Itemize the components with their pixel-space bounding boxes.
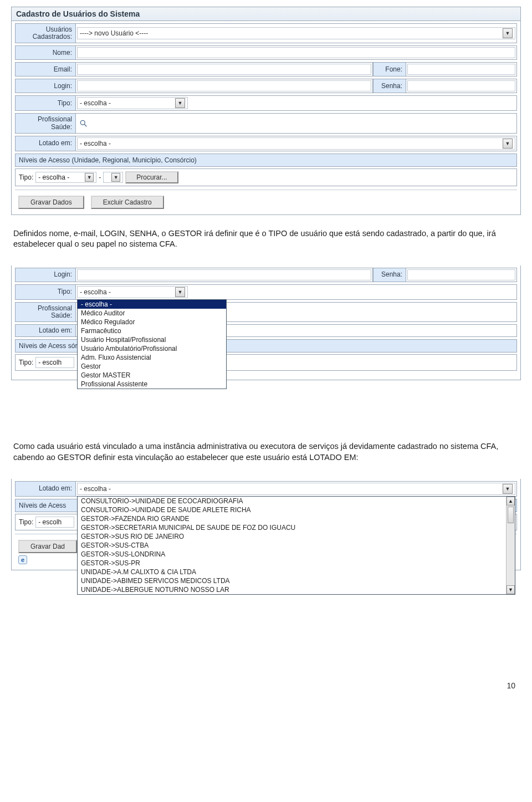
tipo-option[interactable]: Médico Regulador — [78, 318, 226, 326]
filter-tipo-value: - escolha - — [38, 173, 83, 181]
tipo-option[interactable]: Gestor — [78, 362, 226, 371]
form-screenshot-2: Login: Senha: Tipo: - escolha - ▼ - esco… — [11, 265, 521, 381]
filter-tipo-label: Tipo: — [19, 518, 33, 526]
profissional-saude-label: Profissional Saúde: — [15, 302, 76, 322]
chevron-down-icon[interactable]: ▼ — [175, 98, 185, 108]
lotado-option[interactable]: GESTOR->SUS-LONDRINA — [78, 550, 515, 559]
lotado-em-value: - escolha - — [80, 485, 500, 493]
gravar-dados-button[interactable]: Gravar Dados — [18, 196, 84, 209]
tipo-option[interactable]: Usuário Ambulatório/Profissional — [78, 344, 226, 353]
ie-icon: e — [18, 555, 27, 564]
lotado-option[interactable]: GESTOR->SUS-PR — [78, 559, 515, 568]
filter-row: Tipo: - escolha - ▼ - ▼ Procurar... — [15, 168, 517, 186]
filter-tipo-select-partial[interactable]: - escolh — [35, 517, 74, 528]
chevron-down-icon[interactable]: ▼ — [85, 173, 94, 182]
tipo-option[interactable]: Farmacêutico — [78, 326, 226, 335]
tipo-option[interactable]: - escolha - — [78, 300, 226, 309]
login-input[interactable] — [77, 269, 371, 280]
login-label: Login: — [15, 79, 76, 93]
lotado-option[interactable]: GESTOR->SUS RIO DE JANEIRO — [78, 532, 515, 541]
lotado-option[interactable]: CONSULTORIO->UNIDADE DE ECOCARDIOGRAFIA — [78, 497, 515, 505]
chevron-down-icon[interactable]: ▼ — [503, 28, 513, 38]
filter-tipo-select-partial[interactable]: - escolh — [35, 357, 74, 368]
tipo-option[interactable]: Profissional Assistente — [78, 380, 226, 389]
tipo-value: - escolha - — [80, 288, 173, 296]
form-screenshot-3: Lotado em: - escolha - ▼ CONSULTORIO->UN… — [11, 479, 521, 570]
fone-label: Fone: — [373, 62, 406, 76]
tipo-value: - escolha - — [80, 99, 173, 107]
lotado-em-label: Lotado em: — [15, 481, 76, 497]
chevron-down-icon[interactable]: ▼ — [111, 173, 120, 182]
filter-tipo-value-partial: - escolh — [38, 359, 71, 366]
lotado-option[interactable]: GESTOR->SECRETARIA MUNICIPAL DE SAUDE DE… — [78, 523, 515, 532]
tipo-option[interactable]: Gestor MASTER — [78, 371, 226, 380]
tipo-dropdown-list[interactable]: - escolha -Médico AuditorMédico Regulado… — [77, 299, 227, 389]
paragraph-1: Definidos nome, e-mail, LOGIN, SENHA, o … — [13, 228, 519, 250]
tipo-label: Tipo: — [15, 95, 76, 111]
tipo-option[interactable]: Adm. Fluxo Assistencial — [78, 353, 226, 362]
filter-tipo-label: Tipo: — [19, 173, 33, 181]
login-input[interactable] — [77, 80, 371, 91]
search-icon[interactable] — [79, 119, 88, 128]
tipo-option[interactable]: Usuário Hospital/Profissional — [78, 335, 226, 344]
tipo-select-expanded[interactable]: - escolha - ▼ — [77, 286, 188, 298]
lotado-option[interactable]: GESTOR->FAZENDA RIO GRANDE — [78, 514, 515, 523]
lotado-option[interactable]: GESTOR->SUS-CTBA — [78, 541, 515, 550]
fone-input[interactable] — [407, 64, 515, 75]
chevron-down-icon[interactable]: ▼ — [503, 139, 513, 149]
excluir-cadastro-button[interactable]: Excluir Cadastro — [91, 196, 164, 209]
lotado-option[interactable]: CONSULTORIO->UNIDADE DE SAUDE ARLETE RIC… — [78, 505, 515, 514]
lotado-em-select[interactable]: - escolha - ▼ — [77, 137, 515, 150]
filter-tipo-select[interactable]: - escolha - ▼ — [35, 172, 96, 183]
lotado-em-dropdown-list[interactable]: CONSULTORIO->UNIDADE DE ECOCARDIOGRAFIAC… — [77, 496, 515, 595]
svg-line-1 — [84, 124, 86, 126]
scrollbar[interactable]: ▲ ▼ — [506, 497, 515, 594]
filter-sub-select[interactable]: ▼ — [103, 172, 123, 183]
lotado-option[interactable]: UNIDADE->A.M CALIXTO & CIA LTDA — [78, 568, 515, 576]
lotado-em-select-expanded[interactable]: - escolha - ▼ — [77, 483, 515, 495]
divider — [15, 190, 517, 190]
email-input[interactable] — [77, 64, 371, 75]
profissional-saude-label: Profissional Saúde: — [15, 113, 76, 133]
filter-tipo-value-partial: - escolh — [38, 518, 71, 526]
usuarios-cadastrados-select[interactable]: ----> novo Usuário <---- ▼ — [77, 27, 515, 39]
form-title: Cadastro de Usuários do Sistema — [12, 7, 520, 21]
chevron-down-icon[interactable]: ▼ — [175, 287, 185, 297]
senha-label: Senha: — [373, 79, 406, 93]
lotado-option[interactable]: UNIDADE->ABIMED SERVICOS MEDICOS LTDA — [78, 576, 515, 585]
scroll-up-icon[interactable]: ▲ — [507, 497, 515, 505]
lotado-em-value: - escolha - — [80, 140, 500, 147]
tipo-label: Tipo: — [15, 284, 76, 300]
tipo-select[interactable]: - escolha - ▼ — [77, 97, 188, 109]
svg-point-0 — [80, 120, 85, 125]
nome-input[interactable] — [77, 47, 515, 58]
lotado-em-label: Lotado em: — [15, 136, 76, 151]
nome-label: Nome: — [15, 45, 76, 60]
chevron-down-icon[interactable]: ▼ — [503, 484, 513, 494]
gravar-dados-button-partial[interactable]: Gravar Dad — [18, 540, 77, 553]
page-number: 10 — [11, 681, 515, 690]
senha-input[interactable] — [407, 269, 515, 280]
login-label: Login: — [15, 268, 76, 282]
form-screenshot-1: Cadastro de Usuários do Sistema Usuários… — [11, 7, 521, 215]
usuarios-cadastrados-label: Usuários Cadastrados: — [15, 23, 76, 43]
filter-tipo-label: Tipo: — [19, 359, 33, 366]
procurar-button[interactable]: Procurar... — [125, 171, 178, 183]
tipo-option[interactable]: Médico Auditor — [78, 309, 226, 318]
filter-separator: - — [99, 173, 101, 181]
email-label: Email: — [15, 62, 76, 76]
lotado-em-label: Lotado em: — [15, 324, 76, 337]
paragraph-2: Como cada usuário está vinculado a uma i… — [13, 441, 519, 463]
senha-label: Senha: — [373, 268, 406, 282]
niveis-acesso-header: Níveis de Acesso (Unidade, Regional, Mun… — [15, 154, 517, 167]
scroll-down-icon[interactable]: ▼ — [507, 585, 515, 594]
usuarios-cadastrados-value: ----> novo Usuário <---- — [80, 29, 500, 37]
senha-input[interactable] — [407, 80, 515, 91]
lotado-option[interactable]: UNIDADE->ALBERGUE NOTURNO NOSSO LAR — [78, 585, 515, 594]
scroll-thumb[interactable] — [508, 507, 514, 523]
